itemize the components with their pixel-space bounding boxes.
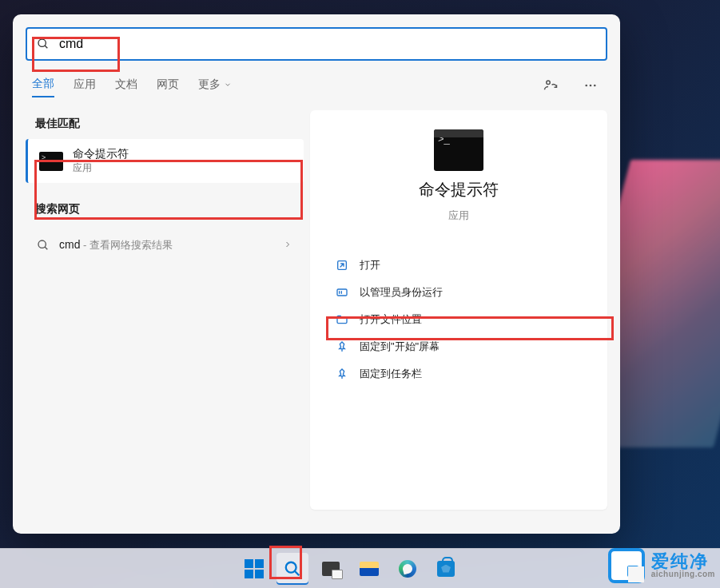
tab-more[interactable]: 更多 <box>198 77 232 97</box>
search-panel: 全部 应用 文档 网页 更多 最佳匹配 命令提示符 <box>13 14 620 534</box>
best-match-name: 命令提示符 <box>73 147 129 161</box>
chevron-right-icon <box>283 238 292 252</box>
svg-point-6 <box>38 240 46 248</box>
search-icon <box>37 38 50 50</box>
store-icon <box>437 561 455 577</box>
folder-icon <box>336 313 348 326</box>
action-pin-taskbar[interactable]: 固定到任务栏 <box>329 360 588 387</box>
tabs: 全部 应用 文档 网页 更多 <box>13 61 620 104</box>
taskbar-store-button[interactable] <box>430 553 462 585</box>
watermark-logo-icon <box>608 548 645 583</box>
action-pin-start-label: 固定到"开始"屏幕 <box>360 340 440 354</box>
tab-docs[interactable]: 文档 <box>115 77 137 97</box>
preview-app-icon <box>434 129 483 171</box>
search-box[interactable] <box>26 27 607 61</box>
svg-point-4 <box>590 85 592 87</box>
web-result-term: cmd <box>59 238 80 251</box>
watermark-cn: 爱纯净 <box>651 553 715 570</box>
action-open-label: 打开 <box>360 258 380 272</box>
action-run-admin[interactable]: 以管理员身份运行 <box>329 279 588 306</box>
tab-more-label: 更多 <box>198 77 221 92</box>
preview-actions: 打开 以管理员身份运行 打开文件位置 固定到"开始"屏幕 <box>316 252 601 387</box>
search-icon <box>284 560 301 578</box>
windows-logo-icon <box>245 559 264 578</box>
account-sync-icon[interactable] <box>540 75 561 99</box>
svg-line-1 <box>45 46 47 48</box>
search-input[interactable] <box>59 37 596 51</box>
web-result-hint: - 查看网络搜索结果 <box>80 239 173 251</box>
taskview-icon <box>322 562 340 576</box>
best-match-kind: 应用 <box>73 161 129 175</box>
svg-line-7 <box>45 247 47 249</box>
pin-icon <box>336 340 348 353</box>
best-match-item[interactable]: 命令提示符 应用 <box>26 139 304 183</box>
search-icon <box>37 239 50 252</box>
tab-apps[interactable]: 应用 <box>74 77 96 97</box>
preview-title: 命令提示符 <box>419 179 499 201</box>
tab-all[interactable]: 全部 <box>32 77 54 97</box>
svg-line-11 <box>295 570 300 575</box>
svg-point-0 <box>38 39 46 46</box>
watermark: 爱纯净 aichunjing.com <box>608 548 715 583</box>
overflow-icon[interactable] <box>580 75 601 99</box>
section-best-match: 最佳匹配 <box>26 110 304 139</box>
taskbar-taskview-button[interactable] <box>315 553 347 585</box>
shield-icon <box>336 286 348 299</box>
taskbar-start-button[interactable] <box>238 553 270 585</box>
section-web: 搜索网页 <box>26 196 304 224</box>
svg-point-5 <box>594 85 596 87</box>
svg-point-3 <box>585 85 587 87</box>
edge-icon <box>399 560 416 578</box>
tab-web[interactable]: 网页 <box>157 77 179 97</box>
action-open-location[interactable]: 打开文件位置 <box>329 306 588 333</box>
preview-pane: 命令提示符 应用 打开 以管理员身份运行 打开文件位置 <box>310 110 607 510</box>
action-pin-taskbar-label: 固定到任务栏 <box>360 367 422 381</box>
pin-icon <box>336 368 348 380</box>
taskbar-search-button[interactable] <box>276 553 308 585</box>
action-run-admin-label: 以管理员身份运行 <box>360 285 443 300</box>
chevron-down-icon <box>224 81 232 89</box>
taskbar-explorer-button[interactable] <box>353 553 385 585</box>
desktop: 全部 应用 文档 网页 更多 最佳匹配 命令提示符 <box>0 0 720 588</box>
cmd-icon <box>39 152 63 171</box>
action-open-location-label: 打开文件位置 <box>360 312 422 327</box>
watermark-en: aichunjing.com <box>651 570 715 578</box>
results-column: 最佳匹配 命令提示符 应用 搜索网页 cmd - 查看网络搜索结果 <box>26 110 304 510</box>
preview-kind: 应用 <box>448 209 469 223</box>
web-result-item[interactable]: cmd - 查看网络搜索结果 <box>26 228 304 262</box>
taskbar-edge-button[interactable] <box>392 553 424 585</box>
file-explorer-icon <box>360 562 379 576</box>
open-icon <box>336 259 348 272</box>
svg-point-2 <box>547 81 551 85</box>
action-pin-start[interactable]: 固定到"开始"屏幕 <box>329 333 588 360</box>
svg-point-10 <box>286 562 296 572</box>
action-open[interactable]: 打开 <box>329 252 588 279</box>
